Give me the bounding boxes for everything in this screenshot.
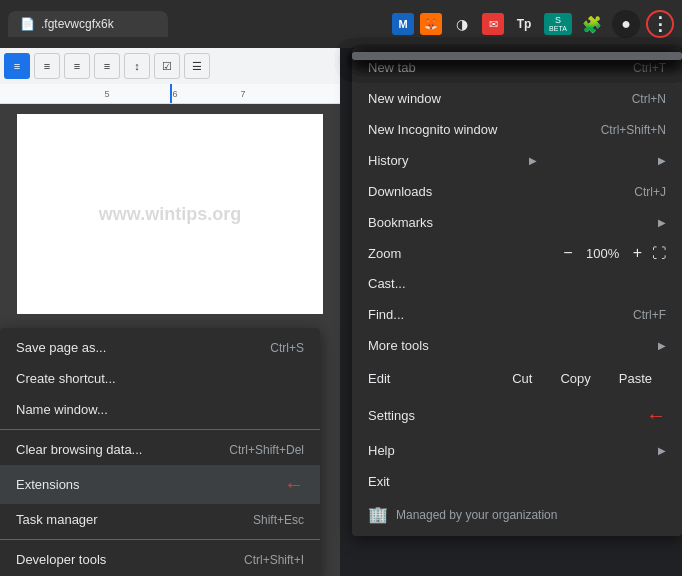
align-center-btn[interactable]: ≡: [34, 53, 60, 79]
ext-icon-5[interactable]: Tp: [510, 10, 538, 38]
task-manager-label: Task manager: [16, 512, 98, 527]
save-page-shortcut: Ctrl+S: [270, 341, 304, 355]
clear-browsing-item[interactable]: Clear browsing data... Ctrl+Shift+Del: [0, 434, 320, 465]
more-tools-label: More tools: [368, 338, 429, 353]
paste-btn[interactable]: Paste: [605, 367, 666, 390]
save-page-label: Save page as...: [16, 340, 106, 355]
ruler-mark-5: 5: [102, 84, 112, 103]
zoom-label: Zoom: [368, 246, 555, 261]
name-window-label: Name window...: [16, 402, 108, 417]
managed-row: 🏢 Managed by your organization: [352, 497, 682, 532]
right-context-menu: New tab Ctrl+T New window Ctrl+N New Inc…: [352, 48, 682, 536]
history-item[interactable]: History ▶: [352, 145, 682, 176]
edit-row: Edit Cut Copy Paste: [352, 361, 682, 396]
developer-tools-item[interactable]: Developer tools Ctrl+Shift+I: [0, 544, 320, 575]
new-tab-label: New tab: [368, 60, 416, 75]
bookmarks-item[interactable]: Bookmarks ▶: [352, 207, 682, 238]
watermark: www.wintips.org: [99, 204, 241, 225]
settings-label: Settings: [368, 408, 415, 423]
list-btn[interactable]: ☰: [184, 53, 210, 79]
ext-icon-beta[interactable]: S BETA: [544, 13, 572, 35]
find-shortcut: Ctrl+F: [633, 308, 666, 322]
downloads-shortcut: Ctrl+J: [634, 185, 666, 199]
zoom-decrease-btn[interactable]: −: [563, 244, 572, 262]
zoom-expand-icon[interactable]: ⛶: [652, 245, 666, 261]
line-height-btn[interactable]: ↕: [124, 53, 150, 79]
managed-label: Managed by your organization: [396, 508, 557, 522]
active-tab[interactable]: 📄 .fgtevwcgfx6k: [8, 11, 168, 37]
checklist-btn[interactable]: ☑: [154, 53, 180, 79]
edit-label: Edit: [368, 371, 498, 386]
bookmarks-arrow-icon: ▶: [658, 217, 666, 228]
name-window-item[interactable]: Name window...: [0, 394, 320, 425]
developer-tools-label: Developer tools: [16, 552, 106, 567]
zoom-increase-btn[interactable]: +: [633, 244, 642, 262]
new-incognito-shortcut: Ctrl+Shift+N: [601, 123, 666, 137]
find-label: Find...: [368, 307, 404, 322]
create-shortcut-item[interactable]: Create shortcut...: [0, 363, 320, 394]
more-tools-item[interactable]: More tools ▶: [352, 330, 682, 361]
align-left-btn[interactable]: ≡: [4, 53, 30, 79]
ruler: 5 6 7: [0, 84, 340, 104]
ruler-cursor: [170, 84, 172, 103]
save-page-item[interactable]: Save page as... Ctrl+S: [0, 332, 320, 363]
extensions-red-arrow: ←: [284, 473, 304, 496]
doc-page: www.wintips.org: [17, 114, 323, 314]
managed-icon: 🏢: [368, 505, 388, 524]
settings-item[interactable]: Settings ←: [352, 396, 682, 435]
downloads-label: Downloads: [368, 184, 432, 199]
help-label: Help: [368, 443, 395, 458]
menu-icon[interactable]: ⋮: [646, 10, 674, 38]
left-menu-divider-1: [0, 429, 320, 430]
cut-btn[interactable]: Cut: [498, 367, 546, 390]
new-window-item[interactable]: New window Ctrl+N: [352, 83, 682, 114]
tab-favicon: 📄: [20, 17, 35, 31]
new-window-label: New window: [368, 91, 441, 106]
task-manager-shortcut: Shift+Esc: [253, 513, 304, 527]
ext-icon-2[interactable]: 🦊: [420, 13, 442, 35]
align-justify-btn[interactable]: ≡: [94, 53, 120, 79]
new-tab-shortcut: Ctrl+T: [633, 61, 666, 75]
doc-toolbar: ≡ ≡ ≡ ≡ ↕ ☑ ☰: [0, 48, 340, 84]
new-incognito-label: New Incognito window: [368, 122, 497, 137]
create-shortcut-label: Create shortcut...: [16, 371, 116, 386]
zoom-row: Zoom − 100% + ⛶: [352, 238, 682, 268]
new-window-shortcut: Ctrl+N: [632, 92, 666, 106]
exit-label: Exit: [368, 474, 390, 489]
align-right-btn[interactable]: ≡: [64, 53, 90, 79]
clear-browsing-label: Clear browsing data...: [16, 442, 142, 457]
new-incognito-item[interactable]: New Incognito window Ctrl+Shift+N: [352, 114, 682, 145]
right-divider-6: [352, 52, 682, 60]
ext-icon-puzzle[interactable]: 🧩: [578, 10, 606, 38]
find-item[interactable]: Find... Ctrl+F: [352, 299, 682, 330]
ext-icon-1[interactable]: M: [392, 13, 414, 35]
ext-icon-3[interactable]: ◑: [448, 10, 476, 38]
cast-label: Cast...: [368, 276, 406, 291]
tab-area: 📄 .fgtevwcgfx6k: [8, 11, 392, 37]
tab-title: .fgtevwcgfx6k: [41, 17, 114, 31]
history-label: History: [368, 153, 408, 168]
browser-toolbar: 📄 .fgtevwcgfx6k M 🦊 ◑ ✉ Tp S BETA 🧩 ● ⋮: [0, 0, 682, 48]
exit-item[interactable]: Exit: [352, 466, 682, 497]
zoom-controls: − 100% + ⛶: [563, 244, 666, 262]
history-arrow-icon: ▶: [529, 155, 537, 166]
left-context-menu: Save page as... Ctrl+S Create shortcut..…: [0, 328, 320, 576]
extensions-label: Extensions: [16, 477, 80, 492]
toolbar-icons: M 🦊 ◑ ✉ Tp S BETA 🧩 ● ⋮: [392, 10, 674, 38]
left-menu-divider-2: [0, 539, 320, 540]
developer-tools-shortcut: Ctrl+Shift+I: [244, 553, 304, 567]
help-item[interactable]: Help ▶: [352, 435, 682, 466]
copy-btn[interactable]: Copy: [546, 367, 604, 390]
settings-red-arrow-icon: ←: [646, 404, 666, 427]
cast-item[interactable]: Cast...: [352, 268, 682, 299]
ext-icon-4[interactable]: ✉: [482, 13, 504, 35]
bookmarks-label: Bookmarks: [368, 215, 433, 230]
ruler-mark-7: 7: [238, 84, 248, 103]
edit-buttons: Cut Copy Paste: [498, 367, 666, 390]
help-arrow-icon: ▶: [658, 445, 666, 456]
task-manager-item[interactable]: Task manager Shift+Esc: [0, 504, 320, 535]
profile-icon[interactable]: ●: [612, 10, 640, 38]
downloads-item[interactable]: Downloads Ctrl+J: [352, 176, 682, 207]
extensions-item[interactable]: Extensions ←: [0, 465, 320, 504]
main-content: ≡ ≡ ≡ ≡ ↕ ☑ ☰ 5 6 7 www.wintips.org Save…: [0, 48, 682, 576]
